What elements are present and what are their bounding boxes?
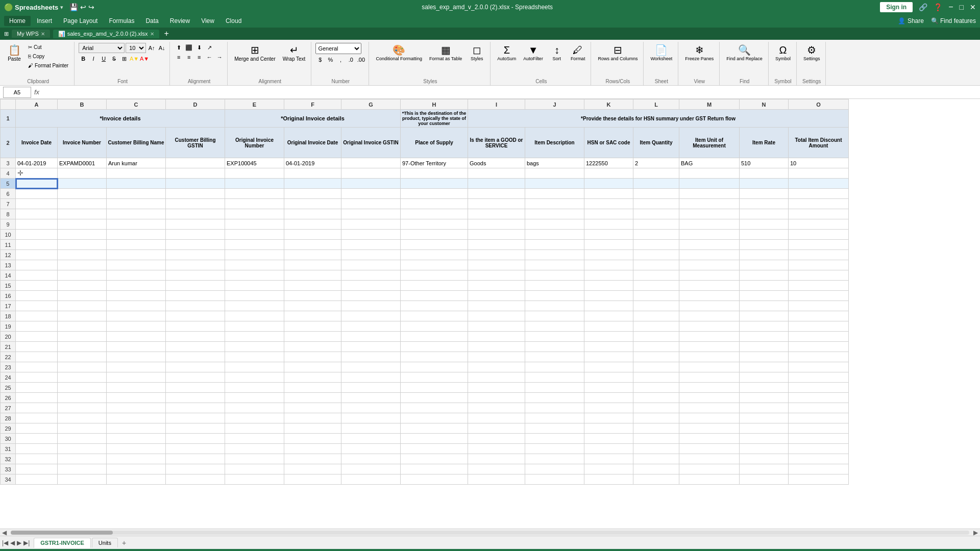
cell-row6-col0[interactable]	[16, 189, 58, 199]
cell-row24-col3[interactable]	[166, 372, 225, 383]
cell-row20-col12[interactable]	[679, 332, 740, 342]
cell-row21-col5[interactable]	[284, 342, 341, 352]
cell-row31-col10[interactable]	[584, 444, 633, 454]
cell-row32-col5[interactable]	[284, 454, 341, 464]
cell-row29-col3[interactable]	[166, 423, 225, 434]
row-num-25[interactable]: 25	[1, 383, 16, 393]
row-num-21[interactable]: 21	[1, 342, 16, 352]
cell-row11-col14[interactable]	[789, 240, 849, 250]
col-original-invoice-gstin[interactable]: Original Invoice GSTIN	[341, 128, 401, 158]
cell-row18-col9[interactable]	[525, 311, 584, 321]
rows-cols-button[interactable]: ⊟ Rows and Columns	[595, 43, 640, 63]
cell-row28-col7[interactable]	[401, 413, 468, 423]
format-button[interactable]: 🖊 Format	[568, 43, 588, 63]
scroll-right-button[interactable]: ▶	[973, 529, 978, 536]
cell-row34-col9[interactable]	[525, 474, 584, 485]
percent-button[interactable]: %	[326, 55, 335, 64]
cell-row16-col14[interactable]	[789, 291, 849, 301]
cell-row33-col1[interactable]	[58, 464, 107, 474]
cell-row30-col1[interactable]	[58, 434, 107, 444]
cell-row20-col3[interactable]	[166, 332, 225, 342]
merge-center-button[interactable]: ⊞ Merge and Center	[232, 43, 278, 64]
cell-row33-col7[interactable]	[401, 464, 468, 474]
cell-row8-col14[interactable]	[789, 209, 849, 219]
minimize-button[interactable]: −	[948, 3, 953, 12]
cell-row6-col11[interactable]	[633, 189, 679, 199]
italic-button[interactable]: I	[89, 54, 98, 63]
cell-row16-col7[interactable]	[401, 291, 468, 301]
cell-o5[interactable]	[789, 179, 849, 189]
cell-row20-col8[interactable]	[468, 332, 525, 342]
cell-row28-col12[interactable]	[679, 413, 740, 423]
cell-row31-col11[interactable]	[633, 444, 679, 454]
cell-row27-col2[interactable]	[107, 403, 166, 413]
bold-button[interactable]: B	[79, 54, 88, 63]
cell-row9-col13[interactable]	[740, 219, 789, 230]
cell-row25-col2[interactable]	[107, 383, 166, 393]
row-num-32[interactable]: 32	[1, 454, 16, 464]
font-family-select[interactable]: Arial	[79, 43, 125, 53]
cell-row19-col9[interactable]	[525, 321, 584, 332]
cell-row31-col7[interactable]	[401, 444, 468, 454]
cell-row33-col12[interactable]	[679, 464, 740, 474]
cell-row10-col2[interactable]	[107, 230, 166, 240]
cell-row29-col11[interactable]	[633, 423, 679, 434]
cell-b5[interactable]	[58, 179, 107, 189]
cell-row27-col7[interactable]	[401, 403, 468, 413]
col-header-e[interactable]: E	[225, 99, 284, 110]
cell-row24-col10[interactable]	[584, 372, 633, 383]
cell-row7-col1[interactable]	[58, 199, 107, 209]
menu-item-cloud[interactable]: Cloud	[220, 16, 247, 26]
formula-input[interactable]	[42, 89, 977, 96]
cell-row28-col14[interactable]	[789, 413, 849, 423]
row-num-17[interactable]: 17	[1, 301, 16, 311]
row-num-14[interactable]: 14	[1, 270, 16, 281]
cell-row17-col6[interactable]	[341, 301, 401, 311]
cell-row22-col5[interactable]	[284, 352, 341, 362]
cell-row7-col5[interactable]	[284, 199, 341, 209]
cell-row9-col9[interactable]	[525, 219, 584, 230]
cell-row14-col1[interactable]	[58, 270, 107, 281]
cell-l4[interactable]	[633, 168, 679, 179]
cell-row18-col10[interactable]	[584, 311, 633, 321]
cell-row16-col2[interactable]	[107, 291, 166, 301]
font-size-select[interactable]: 10	[126, 43, 146, 53]
cell-row8-col13[interactable]	[740, 209, 789, 219]
close-button[interactable]: ✕	[970, 3, 976, 11]
cell-n3[interactable]: 510	[740, 158, 789, 168]
cell-row8-col9[interactable]	[525, 209, 584, 219]
cell-row32-col3[interactable]	[166, 454, 225, 464]
col-header-i[interactable]: I	[468, 99, 525, 110]
cell-row20-col6[interactable]	[341, 332, 401, 342]
cell-f4[interactable]	[284, 168, 341, 179]
symbol-button[interactable]: Ω Symbol	[773, 43, 793, 63]
cell-row8-col10[interactable]	[584, 209, 633, 219]
cell-c5[interactable]	[107, 179, 166, 189]
row-num-16[interactable]: 16	[1, 291, 16, 301]
cell-row21-col8[interactable]	[468, 342, 525, 352]
cell-row22-col1[interactable]	[58, 352, 107, 362]
cell-row13-col13[interactable]	[740, 260, 789, 270]
cell-row19-col12[interactable]	[679, 321, 740, 332]
menu-item-formulas[interactable]: Formulas	[104, 16, 139, 26]
col-item-rate[interactable]: Item Rate	[740, 128, 789, 158]
cell-row9-col6[interactable]	[341, 219, 401, 230]
cell-row16-col8[interactable]	[468, 291, 525, 301]
cell-row20-col4[interactable]	[225, 332, 284, 342]
sheet-tab-gstr1[interactable]: GSTR1-INVOICE	[34, 538, 91, 548]
cell-row14-col12[interactable]	[679, 270, 740, 281]
cell-row23-col8[interactable]	[468, 362, 525, 372]
fill-color-button[interactable]: A▼	[130, 54, 139, 63]
row-num-23[interactable]: 23	[1, 362, 16, 372]
cell-d4[interactable]	[166, 168, 225, 179]
cell-row25-col3[interactable]	[166, 383, 225, 393]
col-unit-of-measurement[interactable]: Item Unit of Measurement	[679, 128, 740, 158]
row-num-15[interactable]: 15	[1, 281, 16, 291]
cell-row18-col2[interactable]	[107, 311, 166, 321]
cell-row15-col7[interactable]	[401, 281, 468, 291]
cell-row6-col5[interactable]	[284, 189, 341, 199]
cell-row7-col9[interactable]	[525, 199, 584, 209]
cell-row33-col10[interactable]	[584, 464, 633, 474]
cell-row17-col11[interactable]	[633, 301, 679, 311]
cell-row34-col11[interactable]	[633, 474, 679, 485]
